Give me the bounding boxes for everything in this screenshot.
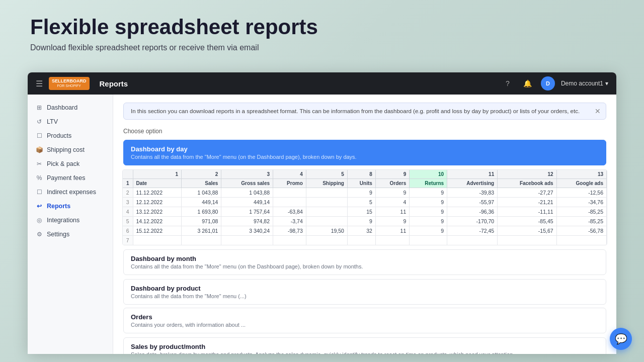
logo: SELLERBOARD FOR SHOPIFY	[49, 77, 90, 89]
sidebar-item-label: Shipping cost	[47, 146, 85, 153]
table-subheader-fb-ads: Facebook ads	[498, 179, 556, 188]
table-subheader-shipping: Shipping	[306, 179, 347, 188]
content-area: In this section you can download reports…	[113, 95, 616, 354]
info-banner-close[interactable]: ✕	[595, 107, 601, 115]
table-header-num	[123, 170, 133, 179]
chat-bubble-button[interactable]: 💬	[610, 328, 632, 350]
table-header-11: 11	[447, 170, 498, 179]
reports-icon: ↩	[36, 203, 43, 210]
info-banner-text: In this section you can download reports…	[131, 108, 580, 114]
option-title: Sales by product/month	[131, 343, 599, 350]
table-row: 312.12.2022449,14449,14549-55,97-21,21-3…	[123, 198, 607, 207]
ltv-icon: ↺	[36, 118, 43, 125]
table-subheader-sales: Sales	[182, 179, 221, 188]
table-subheader-num: 1	[123, 179, 133, 188]
option-dashboard-by-month[interactable]: Dashboard by month Contains all the data…	[123, 249, 606, 275]
table-header-2: 2	[182, 170, 221, 179]
table-header-5: 5	[306, 170, 347, 179]
table-subheader-gross: Gross sales	[221, 179, 273, 188]
help-icon[interactable]: ?	[501, 76, 515, 90]
sidebar-item-label: Settings	[47, 231, 69, 238]
sidebar-item-label: Reports	[47, 203, 70, 210]
sidebar-item-payment[interactable]: % Payment fees	[28, 171, 113, 185]
sidebar-item-label: Products	[47, 132, 71, 139]
topbar-icons: ? 🔔 D Demo account1 ▾	[501, 76, 608, 90]
app-shell: ☰ SELLERBOARD FOR SHOPIFY Reports ? 🔔 D …	[28, 72, 616, 354]
option-title: Dashboard by day	[131, 145, 599, 153]
table-subheader-returns: Returns	[410, 179, 447, 188]
table-row: 7	[123, 236, 607, 245]
table-header-4: 4	[273, 170, 306, 179]
avatar: D	[541, 76, 555, 90]
sidebar-item-dashboard[interactable]: ⊞ Dashboard	[28, 101, 113, 115]
sidebar-item-label: LTV	[47, 118, 58, 125]
topbar: ☰ SELLERBOARD FOR SHOPIFY Reports ? 🔔 D …	[28, 72, 616, 95]
table-row: 615.12.20223 261,013 340,24-98,7319,5032…	[123, 226, 607, 236]
sidebar-item-indirect[interactable]: ☐ Indirect expenses	[28, 185, 113, 199]
table-row: 211.12.20221 043,881 043,88999-39,83-27,…	[123, 188, 607, 198]
sidebar-item-ltv[interactable]: ↺ LTV	[28, 115, 113, 129]
table-subheader-date: Date	[133, 179, 182, 188]
sidebar-item-products[interactable]: ☐ Products	[28, 129, 113, 143]
integrations-icon: ◎	[36, 217, 43, 224]
table-subheader-orders: Orders	[375, 179, 409, 188]
main-layout: ⊞ Dashboard ↺ LTV ☐ Products 📦 Shipping …	[28, 95, 616, 354]
table-subheader-google-ads: Google ads	[556, 179, 606, 188]
logo-box: SELLERBOARD FOR SHOPIFY	[49, 77, 90, 89]
dashboard-icon: ⊞	[36, 104, 43, 111]
table-subheader-promo: Promo	[273, 179, 306, 188]
table-header-10: 10	[410, 170, 447, 179]
table-header-1: 1	[133, 170, 182, 179]
sidebar: ⊞ Dashboard ↺ LTV ☐ Products 📦 Shipping …	[28, 95, 113, 354]
sidebar-item-label: Payment fees	[47, 174, 85, 182]
sidebar-item-label: Dashboard	[47, 104, 77, 111]
table-header-12: 12	[498, 170, 556, 179]
sidebar-item-label: Indirect expenses	[47, 189, 96, 196]
table-header-3: 3	[221, 170, 273, 179]
sidebar-item-integrations[interactable]: ◎ Integrations	[28, 213, 113, 227]
info-banner: In this section you can download reports…	[123, 103, 606, 120]
table-header-8: 8	[347, 170, 375, 179]
products-icon: ☐	[36, 132, 43, 139]
table-row: 514.12.2022971,08974,82-3,74999-170,70-8…	[123, 217, 607, 226]
table-header-9: 9	[375, 170, 409, 179]
option-desc: Contains all the data from the "More" me…	[131, 154, 599, 160]
option-title: Dashboard by product	[131, 285, 599, 292]
option-sales-by-product-month[interactable]: Sales by product/month Sales data, broke…	[123, 337, 606, 354]
table-header-13: 13	[556, 170, 606, 179]
table-row: 413.12.20221 693,801 757,64-63,8415119-9…	[123, 207, 607, 217]
sidebar-item-label: Pick & pack	[47, 160, 79, 167]
page-hero-subtitle: Download flexible spreadsheet reports or…	[30, 43, 614, 52]
table-subheader-advertising: Advertising	[447, 179, 498, 188]
sidebar-item-shipping[interactable]: 📦 Shipping cost	[28, 143, 113, 157]
option-desc: Contains all the data from the "More" me…	[131, 293, 599, 299]
sidebar-item-settings[interactable]: ⚙ Settings	[28, 227, 113, 241]
option-dashboard-by-day[interactable]: Dashboard by day Contains all the data f…	[123, 140, 606, 165]
indirect-icon: ☐	[36, 189, 43, 196]
account-button[interactable]: Demo account1 ▾	[561, 80, 608, 87]
option-title: Orders	[131, 313, 599, 321]
topbar-title: Reports	[100, 79, 501, 88]
option-desc: Contains your orders, with information a…	[131, 322, 599, 328]
option-orders[interactable]: Orders Contains your orders, with inform…	[123, 308, 606, 333]
option-desc: Sales data, broken down by months and pr…	[131, 351, 599, 354]
sidebar-item-picknpack[interactable]: ✂ Pick & pack	[28, 157, 113, 171]
sidebar-item-label: Integrations	[47, 217, 79, 224]
payment-icon: %	[36, 174, 43, 182]
option-title: Dashboard by month	[131, 255, 599, 262]
bell-icon[interactable]: 🔔	[521, 76, 535, 90]
shipping-icon: 📦	[36, 146, 43, 153]
hamburger-icon[interactable]: ☰	[36, 79, 43, 88]
page-hero-title: Flexible spreadsheet reports	[30, 15, 614, 39]
table-preview: 1 2 3 4 5 8 9 10 11 12 13	[122, 169, 607, 245]
choose-option-label: Choose option	[123, 128, 606, 135]
table-subheader-units: Units	[347, 179, 375, 188]
picknpack-icon: ✂	[36, 160, 43, 167]
option-dashboard-by-product[interactable]: Dashboard by product Contains all the da…	[123, 279, 606, 305]
sidebar-item-reports[interactable]: ↩ Reports	[28, 199, 113, 213]
option-desc: Contains all the data from the "More" me…	[131, 263, 599, 269]
settings-icon: ⚙	[36, 231, 43, 238]
